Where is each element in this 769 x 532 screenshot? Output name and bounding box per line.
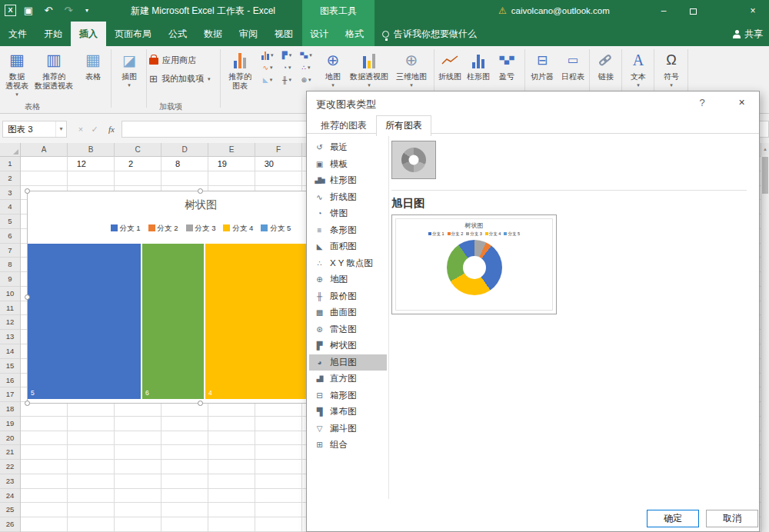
confirm-entry-icon[interactable]: ✓ <box>88 121 102 138</box>
cell-E1[interactable]: 30 <box>229 157 274 171</box>
row-header-1[interactable]: 1 <box>0 157 20 171</box>
column-header-E[interactable]: E <box>208 143 255 157</box>
select-all-corner[interactable] <box>0 143 21 157</box>
tab-all-charts[interactable]: 所有图表 <box>376 115 431 136</box>
row-header-24[interactable]: 24 <box>0 489 20 504</box>
row-header-12[interactable]: 12 <box>0 315 20 330</box>
dialog-close-button[interactable]: × <box>724 91 759 114</box>
save-icon[interactable]: ▣ <box>20 0 37 22</box>
recommended-charts-button[interactable]: 推荐的 图表 <box>223 48 257 109</box>
name-box-caret-icon[interactable]: ▾ <box>55 121 66 137</box>
column-header-C[interactable]: C <box>115 143 161 157</box>
cancel-entry-icon[interactable]: × <box>74 121 88 138</box>
chart-type-item-bar-chart[interactable]: ≡条形图 <box>309 222 387 239</box>
vertical-scrollbar[interactable]: ▲ <box>761 143 769 532</box>
resize-handle[interactable] <box>198 401 203 406</box>
chart-type-item-surface-chart[interactable]: ▩曲面图 <box>309 304 387 321</box>
row-header-18[interactable]: 18 <box>0 402 20 417</box>
insert-line-chart-button[interactable]: ∿ ▾ <box>258 62 277 73</box>
row-header-3[interactable]: 3 <box>0 186 20 201</box>
tab-data[interactable]: 数据 <box>195 22 231 46</box>
column-header-D[interactable]: D <box>161 143 208 157</box>
column-header-B[interactable]: B <box>68 143 115 157</box>
insert-function-icon[interactable]: fx <box>103 121 120 138</box>
recommended-pivot-button[interactable]: ▥ 推荐的 数据透视表 <box>34 48 74 109</box>
tab-recommended-charts[interactable]: 推荐的图表 <box>311 115 376 135</box>
insert-pie-chart-button[interactable]: ◔ ▾ <box>278 62 296 73</box>
row-header-5[interactable]: 5 <box>0 214 20 229</box>
chart-type-item-column-chart[interactable]: ▄█▆柱形图 <box>309 172 387 189</box>
tab-view[interactable]: 视图 <box>266 22 301 46</box>
table-button[interactable]: ▦ 表格 <box>77 48 109 109</box>
column-header-F[interactable]: F <box>255 143 302 157</box>
tab-chart-format[interactable]: 格式 <box>337 22 372 46</box>
chart-type-item-recent[interactable]: ↺最近 <box>309 139 387 156</box>
illustrations-button[interactable]: ◪ 插图 ▾ <box>114 48 145 109</box>
chart-type-item-stock-chart[interactable]: ╫股价图 <box>309 288 387 305</box>
pivot-table-button[interactable]: ▦ 数据 透视表 ▾ <box>2 48 32 109</box>
row-header-15[interactable]: 15 <box>0 359 20 374</box>
row-header-9[interactable]: 9 <box>0 272 20 287</box>
treemap-rect-2[interactable]: 6 <box>142 244 204 399</box>
tab-chart-design[interactable]: 设计 <box>301 22 337 46</box>
cell-B1[interactable]: 2 <box>88 157 133 171</box>
maximize-button[interactable] <box>678 0 707 22</box>
chart-type-item-boxwhisker-chart[interactable]: ⊟箱形图 <box>309 387 387 404</box>
scroll-up-icon[interactable]: ▲ <box>761 143 769 155</box>
cell-A1[interactable]: 12 <box>42 157 86 171</box>
tab-home[interactable]: 开始 <box>35 22 71 46</box>
my-addins-button[interactable]: ⊞ 我的加载项 ▾ <box>149 71 210 86</box>
qat-dropdown-icon[interactable]: ▾ <box>78 0 95 22</box>
row-header-8[interactable]: 8 <box>0 258 20 272</box>
tab-insert[interactable]: 插入 <box>71 22 106 46</box>
chart-type-item-sunburst-chart[interactable]: ◕旭日图 <box>309 354 387 371</box>
insert-radar-chart-button[interactable]: ⊛ ▾ <box>297 74 315 85</box>
row-header-14[interactable]: 14 <box>0 344 20 359</box>
tell-me-box[interactable]: 告诉我你想要做什么 <box>382 22 477 46</box>
row-header-20[interactable]: 20 <box>0 431 20 446</box>
insert-stock-chart-button[interactable]: ╫ ▾ <box>278 74 296 85</box>
chart-type-item-area-chart[interactable]: ◣面积图 <box>309 238 387 255</box>
row-header-7[interactable]: 7 <box>0 244 20 258</box>
share-button[interactable]: 共享 <box>733 22 763 46</box>
chart-type-item-map-chart[interactable]: ⊕地图 <box>309 271 387 288</box>
cell-D1[interactable]: 19 <box>182 157 227 171</box>
row-header-10[interactable]: 10 <box>0 287 20 301</box>
chart-type-item-radar-chart[interactable]: ⊛雷达图 <box>309 321 387 338</box>
insert-scatter-chart-button[interactable]: ∴ ▾ <box>297 62 315 73</box>
chart-type-item-funnel-chart[interactable]: ▽漏斗图 <box>309 421 387 437</box>
resize-handle[interactable] <box>25 401 30 406</box>
chart-type-item-line-chart[interactable]: ∿折线图 <box>309 189 387 206</box>
resize-handle[interactable] <box>198 188 203 194</box>
undo-icon[interactable]: ↶ <box>40 0 57 22</box>
row-header-23[interactable]: 23 <box>0 474 20 489</box>
row-header-17[interactable]: 17 <box>0 387 20 402</box>
minimize-button[interactable]: – <box>649 0 678 22</box>
tab-review[interactable]: 审阅 <box>231 22 266 46</box>
chart-type-item-histogram-chart[interactable]: ▄█直方图 <box>309 371 387 387</box>
scrollbar-thumb[interactable] <box>762 157 768 194</box>
chart-type-item-waterfall-chart[interactable]: ▜瀑布图 <box>309 404 387 421</box>
row-header-16[interactable]: 16 <box>0 374 20 388</box>
name-box[interactable]: 图表 3 ▾ <box>2 121 67 138</box>
insert-area-chart-button[interactable]: ◣ ▾ <box>258 74 277 85</box>
tab-page-layout[interactable]: 页面布局 <box>106 22 160 46</box>
chart-type-item-treemap-chart[interactable]: ▛树状图 <box>309 337 387 354</box>
chart-type-item-templates[interactable]: ▣模板 <box>309 156 387 173</box>
store-button[interactable]: 应用商店 <box>149 52 196 68</box>
account-info[interactable]: ⚠ caivolcano@outlook.com <box>498 0 610 22</box>
ok-button[interactable]: 确定 <box>647 510 699 527</box>
row-header-22[interactable]: 22 <box>0 460 20 474</box>
row-header-13[interactable]: 13 <box>0 330 20 344</box>
insert-hierarchy-chart-button[interactable]: ▛ ▾ <box>278 49 296 61</box>
chart-preview[interactable]: 树状图 分支 1分支 2分支 3分支 4分支 5 <box>391 214 557 314</box>
cell-C1[interactable]: 8 <box>135 157 180 171</box>
tab-formulas[interactable]: 公式 <box>160 22 195 46</box>
row-header-4[interactable]: 4 <box>0 200 20 214</box>
row-header-25[interactable]: 25 <box>0 503 20 517</box>
row-header-6[interactable]: 6 <box>0 229 20 244</box>
resize-handle[interactable] <box>25 188 30 194</box>
insert-column-chart-button[interactable]: ▾ <box>258 49 277 61</box>
chart-type-item-combo-chart[interactable]: ⊞组合 <box>309 437 387 454</box>
row-header-19[interactable]: 19 <box>0 417 20 431</box>
